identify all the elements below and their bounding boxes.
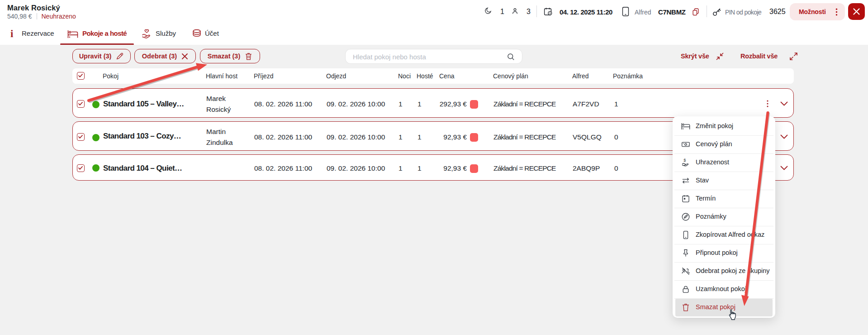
svg-text:$: $ [683,158,686,163]
